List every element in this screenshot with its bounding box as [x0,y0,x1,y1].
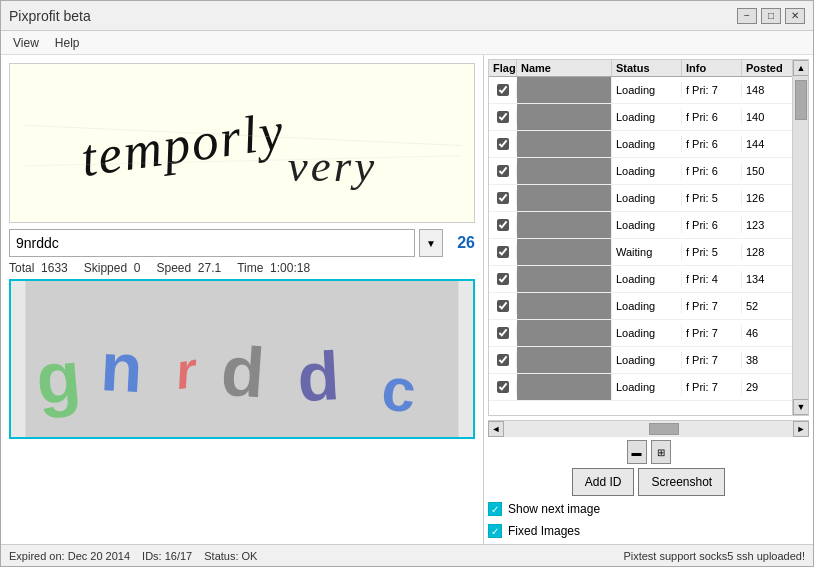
captcha-input[interactable] [9,229,415,257]
row-checkbox[interactable] [497,327,509,339]
fixed-images-checkbox[interactable]: ✓ [488,524,502,538]
posted-cell: 144 [742,136,792,152]
posted-cell: 140 [742,109,792,125]
posted-cell: 150 [742,163,792,179]
posted-cell: 123 [742,217,792,233]
name-cell [517,239,612,265]
row-checkbox[interactable] [497,381,509,393]
flag-cell [489,82,517,98]
table-row: Loading f Pri: 7 52 [489,293,792,320]
status-message: Pixtest support socks5 ssh uploaded! [623,550,805,562]
name-cell [517,158,612,184]
table-main: Flag Name Status Info Posted Loading f P… [489,60,792,415]
row-checkbox[interactable] [497,138,509,150]
name-cell [517,104,612,130]
status-cell: Loading [612,352,682,368]
info-cell: f Pri: 7 [682,82,742,98]
titlebar: Pixprofit beta − □ ✕ [1,1,813,31]
status-cell: Loading [612,163,682,179]
left-panel: temporly very ▼ 26 Total 1633 [1,55,483,544]
maximize-button[interactable]: □ [761,8,781,24]
row-checkbox[interactable] [497,300,509,312]
name-cell [517,320,612,346]
info-cell: f Pri: 7 [682,352,742,368]
info-cell: f Pri: 7 [682,379,742,395]
menu-help[interactable]: Help [47,34,88,52]
name-cell [517,374,612,400]
table-row: Loading f Pri: 4 134 [489,266,792,293]
table-row: Loading f Pri: 6 123 [489,212,792,239]
row-checkbox[interactable] [497,219,509,231]
captcha-top-image: temporly very [9,63,475,223]
posted-cell: 38 [742,352,792,368]
name-cell [517,77,612,103]
status-cell: Loading [612,217,682,233]
row-checkbox[interactable] [497,111,509,123]
row-checkbox[interactable] [497,192,509,204]
info-cell: f Pri: 7 [682,325,742,341]
table-row: Loading f Pri: 7 29 [489,374,792,401]
right-panel: Flag Name Status Info Posted Loading f P… [483,55,813,544]
row-checkbox[interactable] [497,246,509,258]
show-next-label: Show next image [508,502,600,516]
svg-text:d: d [219,331,267,413]
ids-label: IDs: 16/17 [142,550,192,562]
info-cell: f Pri: 4 [682,271,742,287]
col-info: Info [682,60,742,76]
dropdown-button[interactable]: ▼ [419,229,443,257]
show-next-row: ✓ Show next image [488,500,809,518]
row-checkbox[interactable] [497,165,509,177]
status-cell: Loading [612,109,682,125]
flag-cell [489,379,517,395]
menu-view[interactable]: View [5,34,47,52]
row-checkbox[interactable] [497,354,509,366]
table-row: Loading f Pri: 7 38 [489,347,792,374]
scroll-down-button[interactable]: ▼ [793,399,809,415]
speed-stat: Speed 27.1 [156,261,221,275]
horizontal-scrollbar[interactable]: ◄ ► [488,420,809,436]
add-id-button[interactable]: Add ID [572,468,635,496]
captcha-bottom-image: g n r d d c [9,279,475,439]
scroll-thumb[interactable] [649,423,679,435]
posted-cell: 126 [742,190,792,206]
vertical-scrollbar[interactable]: ▲ ▼ [792,60,808,415]
scroll-up-button[interactable]: ▲ [793,60,809,76]
posted-cell: 128 [742,244,792,260]
info-cell: f Pri: 5 [682,244,742,260]
minimize-button[interactable]: − [737,8,757,24]
captcha-top-svg: temporly very [10,64,474,222]
skipped-stat: Skipped 0 [84,261,141,275]
show-next-checkbox[interactable]: ✓ [488,502,502,516]
main-action-row: Add ID Screenshot [488,468,809,496]
flag-cell [489,217,517,233]
table-row: Loading f Pri: 6 140 [489,104,792,131]
flag-cell [489,190,517,206]
icon-button-1[interactable]: ▬ [627,440,647,464]
posted-cell: 29 [742,379,792,395]
name-cell [517,266,612,292]
screenshot-button[interactable]: Screenshot [638,468,725,496]
table-row: Loading f Pri: 6 144 [489,131,792,158]
scroll-right-button[interactable]: ► [793,421,809,437]
window-controls: − □ ✕ [737,8,805,24]
icon-button-2[interactable]: ⊞ [651,440,671,464]
flag-cell [489,109,517,125]
table-row: Loading f Pri: 6 150 [489,158,792,185]
scroll-track[interactable] [504,421,793,437]
col-flag: Flag [489,60,517,76]
close-button[interactable]: ✕ [785,8,805,24]
posted-cell: 148 [742,82,792,98]
flag-cell [489,244,517,260]
expired-label: Expired on: Dec 20 2014 [9,550,130,562]
col-status: Status [612,60,682,76]
main-content: temporly very ▼ 26 Total 1633 [1,55,813,544]
status-cell: Loading [612,82,682,98]
row-checkbox[interactable] [497,273,509,285]
status-bar: Expired on: Dec 20 2014 IDs: 16/17 Statu… [1,544,813,566]
info-cell: f Pri: 5 [682,190,742,206]
svg-text:c: c [379,354,420,425]
status-cell: Loading [612,271,682,287]
status-label: Status: OK [204,550,257,562]
row-checkbox[interactable] [497,84,509,96]
scroll-left-button[interactable]: ◄ [488,421,504,437]
